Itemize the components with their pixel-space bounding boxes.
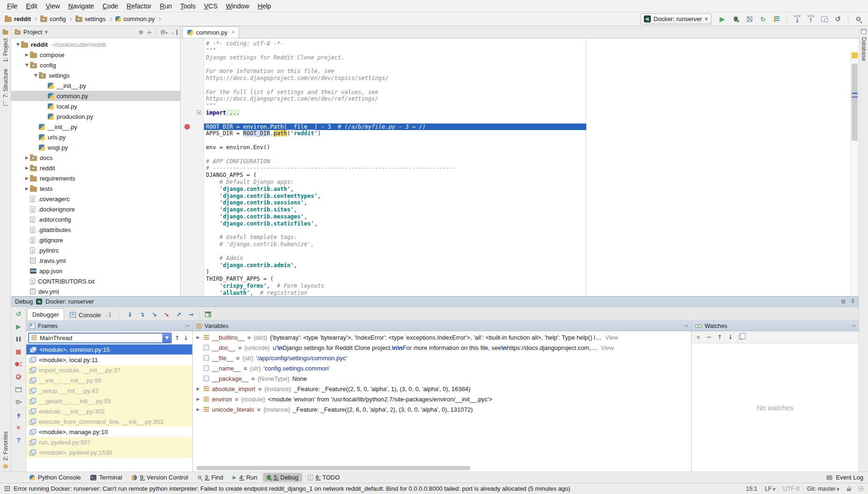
concurrency-diagram-button[interactable] [771,14,782,25]
frame-row[interactable]: __init__, __init__.py:99 [26,375,192,385]
tree-item--dockerignore[interactable]: .dockerignore [11,204,180,214]
tree-item-__init__-py[interactable]: __init__.py [11,80,180,91]
tree-item-docs[interactable]: ▶docs [11,153,180,163]
recent-changes-button[interactable] [818,14,830,25]
menu-refactor[interactable]: Refactor [123,1,156,11]
vcs-update-button[interactable]: VCS↓ [791,14,803,25]
collapse-all-button[interactable]: ÷ [147,29,153,36]
tree-item-CONTRIBUTORS-txt[interactable]: CONTRIBUTORS.txt [11,276,180,286]
menu-file[interactable]: File [3,1,22,11]
breadcrumb-reddit[interactable]: reddit [4,15,32,22]
thread-dropdown-button[interactable]: ▼ [162,333,171,343]
frame-row[interactable]: execute_from_command_line, __init__.py:3… [26,416,192,427]
stop-button[interactable]: ■ [14,347,24,356]
menu-help[interactable]: Help [254,1,276,11]
tree-item-common-py[interactable]: common.py [11,91,180,101]
breadcrumb-settings[interactable]: settings [74,15,107,22]
move-watch-up-button[interactable]: ↑ [717,334,722,341]
tool-stripe-project[interactable]: 1: Project [2,38,9,62]
vcs-commit-button[interactable]: VCS↑ [805,14,817,25]
tool-window-quick-access-icon[interactable] [5,486,10,491]
tree-item-__init__-py[interactable]: __init__.py [11,122,180,132]
variable-row-__builtins__[interactable]: ▶__builtins__ = {dict}{'bytearray': <typ… [193,332,691,342]
resume-button[interactable]: ▶ [14,322,24,331]
tree-item-reddit[interactable]: ▶reddit [11,163,180,173]
hide-debug-window-icon[interactable]: ⊽ [851,298,855,305]
encoding-widget[interactable]: UTF-8 [783,486,799,492]
panel-settings-button[interactable]: ⚙▾ [160,29,168,36]
tree-item-local-py[interactable]: local.py [11,101,180,111]
restore-layout-button[interactable] [14,385,24,394]
menu-edit[interactable]: Edit [22,1,42,11]
tree-item-tests[interactable]: ▶tests [11,183,180,194]
tree-item-app-json[interactable]: JSONapp.json [11,266,180,276]
expand-arrow-icon[interactable]: ▼ [24,63,30,67]
copy-icon[interactable] [739,334,743,340]
run-with-coverage-button[interactable] [744,14,755,25]
run-configuration-select[interactable]: dj Docker: runserver ▼ [640,14,712,24]
force-step-into-button[interactable]: ↘ [161,310,172,319]
thread-selector[interactable]: MainThread ▼ [28,333,172,343]
variable-row-absolute_import[interactable]: ▶absolute_import = {instance}_Feature: _… [193,384,691,394]
frame-row[interactable]: __getattr__, __init__.py:55 [26,396,192,406]
frame-row[interactable]: <module>, local.py:11 [26,355,192,365]
git-branch-widget[interactable]: Git: master▼ [807,486,839,492]
frame-row[interactable]: <module>, common.py:15 [26,344,192,355]
evaluate-expression-button[interactable] [203,310,213,319]
revert-button[interactable]: ↺ [832,14,844,25]
search-everywhere-button[interactable] [853,14,864,25]
tool-tab-9--version-control[interactable]: 9: Version Control [128,473,192,482]
expand-arrow-icon[interactable]: ▶ [24,186,30,191]
variable-expand-icon[interactable]: ▶ [196,335,201,340]
tab-debugger[interactable]: Debugger [27,308,64,320]
frame-row[interactable]: execute, __init__.py:302 [26,406,192,416]
editor-scrollbar[interactable] [852,64,858,141]
tree-item--travis-yml[interactable]: .travis.yml [11,255,180,266]
menu-code[interactable]: Code [98,1,122,11]
next-frame-button[interactable]: ↓ [183,334,189,341]
variable-expand-icon[interactable]: ▶ [196,407,201,412]
variables-horizontal-scrollbar[interactable] [197,466,470,470]
view-link[interactable]: View [605,334,618,341]
variable-row-unicode_literals[interactable]: ▶unicode_literals = {instance}_Feature: … [193,404,691,414]
project-view-select[interactable]: Project ▼ [14,29,52,36]
run-to-cursor-button[interactable]: → [186,310,196,319]
show-execution-point-button[interactable]: ⇓ [125,310,135,319]
variable-row-__file__[interactable]: __file__ = {str}'/app/config/settings/co… [193,353,691,363]
close-debug-button[interactable]: × [14,423,24,432]
pause-button[interactable] [14,334,24,343]
frame-row[interactable]: _setup, __init__.py:43 [26,385,192,396]
tool-tab-terminal[interactable]: >_Terminal [87,473,126,482]
frames-float-icon[interactable]: → [185,323,189,329]
tool-stripe-structure[interactable]: 7: Structure [2,69,9,98]
tool-tab-3--find[interactable]: 3: Find [194,473,227,482]
menu-tools[interactable]: Tools [176,1,200,11]
tree-item--gitignore[interactable]: .gitignore [11,235,180,245]
tree-item-dev-yml[interactable]: dev.yml [11,286,180,296]
locate-file-button[interactable]: ⊕ [139,29,144,36]
expand-arrow-icon[interactable]: ▼ [33,73,39,78]
tool-tab-4--run[interactable]: ▶4: Run [229,473,261,482]
tree-item-config[interactable]: ▼config [11,60,180,70]
tree-item--editorconfig[interactable]: .editorconfig [11,214,180,225]
tab-console[interactable]: Console → [65,309,115,320]
tool-stripe-favorites[interactable]: 2: Favorites [2,431,9,461]
tree-item-production-py[interactable]: production.py [11,111,180,122]
tree-item--pylintrc[interactable]: .pylintrc [11,245,180,255]
menu-navigate[interactable]: Navigate [64,1,98,11]
tool-tab-python-console[interactable]: Python Console [26,473,85,482]
breadcrumb-config[interactable]: config [39,15,67,22]
view-link[interactable]: View [601,344,614,351]
code-editor[interactable]: # -*- coding: utf-8 -*-"""Django setting… [181,38,859,296]
close-tab-icon[interactable]: × [231,29,234,36]
expand-arrow-icon[interactable]: ▼ [15,42,21,47]
editor-tab-common-py[interactable]: common.py × [182,26,239,38]
expand-arrow-icon[interactable]: ▶ [24,176,30,181]
watches-float-icon[interactable]: → [851,323,855,329]
variable-row-__doc__[interactable]: __doc__ = {unicode}u'\nDjango settings f… [193,342,691,353]
menu-view[interactable]: View [42,1,64,11]
remove-watch-button[interactable]: − [707,334,712,341]
step-over-button[interactable]: ↴ [137,310,147,319]
tree-item-reddit[interactable]: ▼reddit~/cookiecutter/reddit [11,39,180,50]
hide-panel-button[interactable]: ← [171,29,177,35]
